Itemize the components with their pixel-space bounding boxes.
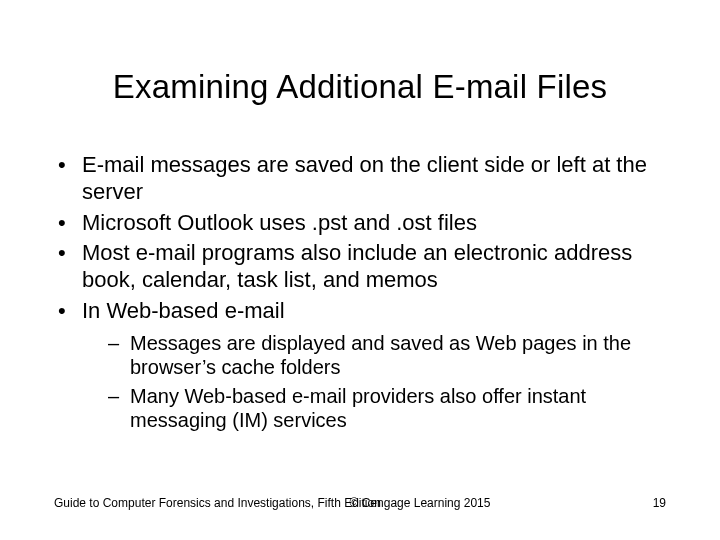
bullet-text: Microsoft Outlook uses .pst and .ost fil… bbox=[82, 210, 477, 235]
list-item: Messages are displayed and saved as Web … bbox=[108, 331, 672, 380]
list-item: E-mail messages are saved on the client … bbox=[54, 152, 672, 206]
slide: Examining Additional E-mail Files E-mail… bbox=[0, 0, 720, 540]
list-item: Many Web-based e-mail providers also off… bbox=[108, 384, 672, 433]
bullet-text: E-mail messages are saved on the client … bbox=[82, 152, 647, 204]
bullet-list: E-mail messages are saved on the client … bbox=[54, 152, 672, 433]
bullet-text: Most e-mail programs also include an ele… bbox=[82, 240, 632, 292]
bullet-text: In Web-based e-mail bbox=[82, 298, 285, 323]
sub-bullet-list: Messages are displayed and saved as Web … bbox=[82, 331, 672, 433]
slide-body: E-mail messages are saved on the client … bbox=[54, 152, 672, 437]
sub-bullet-text: Many Web-based e-mail providers also off… bbox=[130, 385, 586, 431]
sub-bullet-text: Messages are displayed and saved as Web … bbox=[130, 332, 631, 378]
list-item: Microsoft Outlook uses .pst and .ost fil… bbox=[54, 210, 672, 237]
footer-page-number: 19 bbox=[653, 496, 666, 510]
list-item: In Web-based e-mail Messages are display… bbox=[54, 298, 672, 432]
list-item: Most e-mail programs also include an ele… bbox=[54, 240, 672, 294]
slide-title: Examining Additional E-mail Files bbox=[0, 68, 720, 106]
footer-copyright: © Cengage Learning 2015 bbox=[0, 496, 720, 510]
